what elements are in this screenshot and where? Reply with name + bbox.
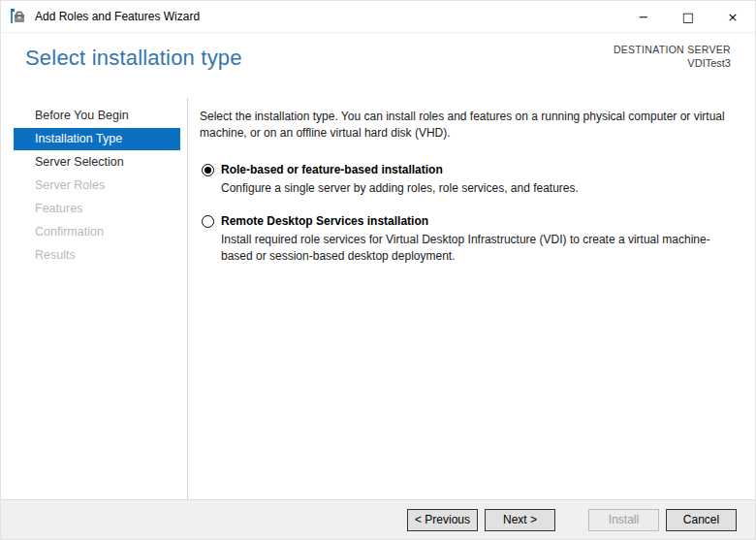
role-based-description: Configure a single server by adding role… [221, 180, 731, 197]
installation-type-pane: Select the installation type. You can in… [188, 98, 755, 499]
close-button[interactable]: × [710, 1, 755, 32]
sidebar-item-confirmation: Confirmation [14, 221, 180, 243]
sidebar-item-server-roles: Server Roles [14, 175, 180, 197]
minimize-button[interactable]: − [621, 1, 666, 32]
wizard-body: Before You Begin Installation Type Serve… [1, 98, 755, 499]
install-button: Install [588, 509, 659, 531]
roles-wizard-toolbox-icon [9, 8, 26, 25]
sidebar-item-installation-type[interactable]: Installation Type [14, 128, 180, 150]
remote-desktop-label: Remote Desktop Services installation [221, 213, 428, 229]
destination-server-label: DESTINATION SERVER [614, 43, 731, 56]
remote-desktop-radio[interactable] [202, 215, 214, 228]
sidebar-item-server-selection[interactable]: Server Selection [14, 151, 180, 174]
destination-server-name: VDITest3 [614, 56, 731, 70]
option-remote-desktop: Remote Desktop Services installation Ins… [200, 213, 731, 265]
remote-desktop-description: Install required role services for Virtu… [221, 232, 731, 265]
sidebar-item-results: Results [14, 244, 180, 267]
previous-button[interactable]: < Previous [407, 509, 478, 531]
role-based-label: Role-based or feature-based installation [221, 162, 443, 177]
wizard-header: Select installation type DESTINATION SER… [1, 33, 755, 99]
sidebar-item-features: Features [14, 198, 180, 220]
next-button[interactable]: Next > [485, 509, 555, 531]
option-role-based: Role-based or feature-based installation… [200, 162, 731, 197]
wizard-steps-sidebar: Before You Begin Installation Type Serve… [1, 98, 188, 499]
intro-text: Select the installation type. You can in… [200, 109, 731, 142]
cancel-button[interactable]: Cancel [666, 509, 737, 531]
window-title: Add Roles and Features Wizard [35, 10, 621, 23]
role-based-radio-row[interactable]: Role-based or feature-based installation [200, 162, 731, 177]
title-bar: Add Roles and Features Wizard − □ × [1, 1, 755, 33]
sidebar-item-before-you-begin[interactable]: Before You Begin [14, 105, 180, 127]
page-title: Select installation type [25, 46, 242, 71]
wizard-footer: < Previous Next > Install Cancel [1, 499, 755, 539]
wizard-window: Add Roles and Features Wizard − □ × Sele… [0, 0, 756, 540]
maximize-button[interactable]: □ [666, 1, 710, 32]
destination-server-block: DESTINATION SERVER VDITest3 [614, 43, 731, 70]
remote-desktop-radio-row[interactable]: Remote Desktop Services installation [200, 213, 731, 229]
window-controls: − □ × [621, 1, 755, 32]
role-based-radio[interactable] [202, 164, 214, 176]
